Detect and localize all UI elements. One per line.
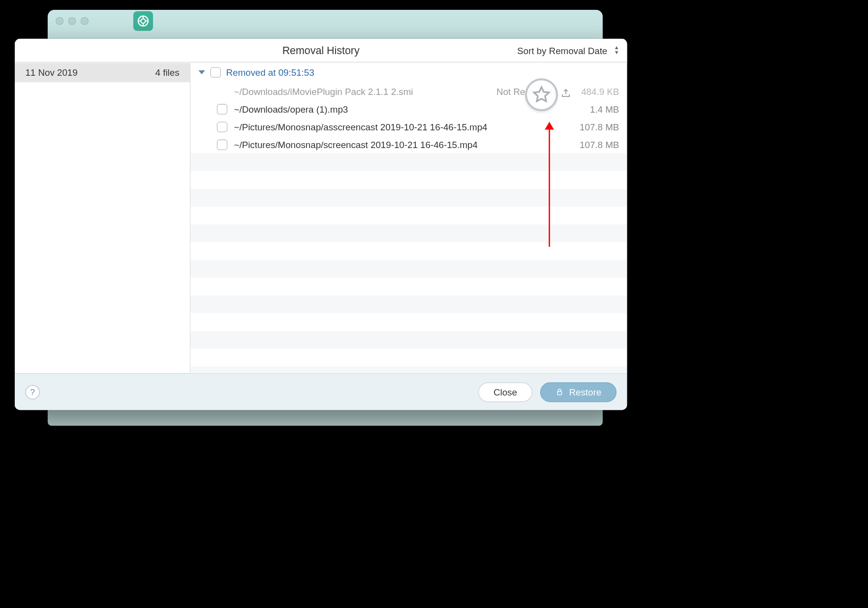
sort-label: Sort by Removal Date	[517, 45, 607, 56]
sidebar-date: 11 Nov 2019	[25, 67, 77, 77]
disclosure-triangle-icon[interactable]	[198, 70, 205, 74]
sidebar-date-item[interactable]: 11 Nov 2019 4 files	[15, 62, 190, 82]
file-row[interactable]: ~/Pictures/Monosnap/screencast 2019-10-2…	[190, 136, 627, 153]
minimize-window-icon[interactable]	[68, 17, 76, 25]
close-window-icon[interactable]	[56, 17, 63, 25]
file-size: 484.9 KB	[570, 86, 619, 96]
svg-point-1	[141, 19, 145, 23]
group-label: Removed at 09:51:53	[226, 67, 314, 77]
star-badge-icon[interactable]	[525, 78, 558, 111]
zoom-window-icon[interactable]	[81, 17, 89, 25]
lock-icon	[555, 388, 563, 396]
file-size: 1.4 MB	[570, 104, 619, 114]
close-button[interactable]: Close	[478, 382, 532, 402]
sidebar-file-count: 4 files	[155, 67, 180, 77]
file-list: Removed at 09:51:53 ~/Downloads/iMoviePl…	[190, 62, 627, 373]
restore-button[interactable]: Restore	[540, 382, 617, 402]
date-sidebar: 11 Nov 2019 4 files	[15, 62, 190, 373]
removal-history-dialog: Removal History Sort by Removal Date ▲▼ …	[15, 39, 627, 410]
dialog-footer: ? Close Restore	[15, 373, 627, 410]
sort-dropdown[interactable]: Sort by Removal Date ▲▼	[517, 45, 619, 56]
file-checkbox[interactable]	[217, 122, 227, 132]
svg-rect-2	[558, 392, 562, 395]
traffic-lights[interactable]	[56, 17, 89, 25]
app-logo-icon	[133, 11, 153, 31]
help-icon: ?	[30, 387, 35, 397]
chevron-updown-icon: ▲▼	[614, 46, 620, 55]
group-checkbox[interactable]	[210, 67, 220, 77]
file-path: ~/Downloads/opera (1).mp3	[234, 104, 563, 114]
dialog-header: Removal History Sort by Removal Date ▲▼	[15, 39, 627, 62]
file-path: ~/Pictures/Monosnap/asscreencast 2019-10…	[234, 122, 563, 132]
file-path: ~/Downloads/iMoviePlugin Pack 2.1.1 2.sm…	[234, 86, 490, 96]
dialog-title: Removal History	[282, 44, 360, 56]
export-icon[interactable]	[560, 88, 571, 101]
titlebar	[48, 10, 603, 32]
file-checkbox[interactable]	[217, 104, 227, 114]
file-row[interactable]: ~/Pictures/Monosnap/asscreencast 2019-10…	[190, 118, 627, 135]
file-path: ~/Pictures/Monosnap/screencast 2019-10-2…	[234, 139, 563, 150]
help-button[interactable]: ?	[25, 385, 39, 399]
annotation-arrow	[549, 128, 550, 247]
file-checkbox[interactable]	[217, 139, 227, 150]
file-size: 107.8 MB	[570, 139, 619, 150]
file-size: 107.8 MB	[570, 122, 619, 132]
